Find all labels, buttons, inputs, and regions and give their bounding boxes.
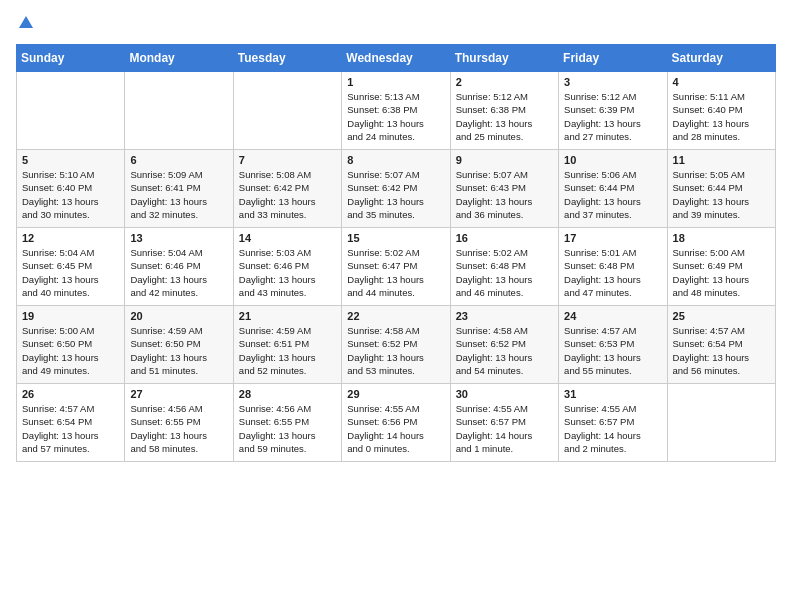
day-number: 2 (456, 76, 553, 88)
day-info: Sunrise: 5:12 AM Sunset: 6:39 PM Dayligh… (564, 90, 661, 143)
day-info: Sunrise: 5:13 AM Sunset: 6:38 PM Dayligh… (347, 90, 444, 143)
day-info: Sunrise: 5:07 AM Sunset: 6:42 PM Dayligh… (347, 168, 444, 221)
calendar-cell: 9Sunrise: 5:07 AM Sunset: 6:43 PM Daylig… (450, 150, 558, 228)
day-number: 24 (564, 310, 661, 322)
day-number: 23 (456, 310, 553, 322)
calendar-cell: 4Sunrise: 5:11 AM Sunset: 6:40 PM Daylig… (667, 72, 775, 150)
day-number: 27 (130, 388, 227, 400)
day-info: Sunrise: 5:12 AM Sunset: 6:38 PM Dayligh… (456, 90, 553, 143)
calendar-cell: 17Sunrise: 5:01 AM Sunset: 6:48 PM Dayli… (559, 228, 667, 306)
day-number: 18 (673, 232, 770, 244)
calendar-cell: 12Sunrise: 5:04 AM Sunset: 6:45 PM Dayli… (17, 228, 125, 306)
day-info: Sunrise: 5:04 AM Sunset: 6:46 PM Dayligh… (130, 246, 227, 299)
day-info: Sunrise: 5:04 AM Sunset: 6:45 PM Dayligh… (22, 246, 119, 299)
calendar-cell (125, 72, 233, 150)
day-number: 1 (347, 76, 444, 88)
col-header-sunday: Sunday (17, 45, 125, 72)
calendar-cell: 8Sunrise: 5:07 AM Sunset: 6:42 PM Daylig… (342, 150, 450, 228)
calendar-cell: 23Sunrise: 4:58 AM Sunset: 6:52 PM Dayli… (450, 306, 558, 384)
calendar-cell: 3Sunrise: 5:12 AM Sunset: 6:39 PM Daylig… (559, 72, 667, 150)
col-header-tuesday: Tuesday (233, 45, 341, 72)
day-number: 8 (347, 154, 444, 166)
calendar-cell: 13Sunrise: 5:04 AM Sunset: 6:46 PM Dayli… (125, 228, 233, 306)
col-header-saturday: Saturday (667, 45, 775, 72)
calendar-cell: 14Sunrise: 5:03 AM Sunset: 6:46 PM Dayli… (233, 228, 341, 306)
day-number: 16 (456, 232, 553, 244)
day-number: 14 (239, 232, 336, 244)
day-info: Sunrise: 5:02 AM Sunset: 6:48 PM Dayligh… (456, 246, 553, 299)
day-number: 11 (673, 154, 770, 166)
day-info: Sunrise: 4:55 AM Sunset: 6:57 PM Dayligh… (456, 402, 553, 455)
day-number: 26 (22, 388, 119, 400)
calendar-cell: 24Sunrise: 4:57 AM Sunset: 6:53 PM Dayli… (559, 306, 667, 384)
calendar-cell: 16Sunrise: 5:02 AM Sunset: 6:48 PM Dayli… (450, 228, 558, 306)
day-info: Sunrise: 4:56 AM Sunset: 6:55 PM Dayligh… (239, 402, 336, 455)
day-info: Sunrise: 5:00 AM Sunset: 6:50 PM Dayligh… (22, 324, 119, 377)
day-number: 20 (130, 310, 227, 322)
day-info: Sunrise: 4:57 AM Sunset: 6:54 PM Dayligh… (673, 324, 770, 377)
day-info: Sunrise: 4:56 AM Sunset: 6:55 PM Dayligh… (130, 402, 227, 455)
day-number: 15 (347, 232, 444, 244)
day-number: 12 (22, 232, 119, 244)
day-number: 9 (456, 154, 553, 166)
calendar-cell: 1Sunrise: 5:13 AM Sunset: 6:38 PM Daylig… (342, 72, 450, 150)
calendar-cell: 2Sunrise: 5:12 AM Sunset: 6:38 PM Daylig… (450, 72, 558, 150)
day-info: Sunrise: 5:11 AM Sunset: 6:40 PM Dayligh… (673, 90, 770, 143)
day-number: 5 (22, 154, 119, 166)
calendar-cell: 29Sunrise: 4:55 AM Sunset: 6:56 PM Dayli… (342, 384, 450, 462)
day-info: Sunrise: 5:05 AM Sunset: 6:44 PM Dayligh… (673, 168, 770, 221)
calendar-cell: 15Sunrise: 5:02 AM Sunset: 6:47 PM Dayli… (342, 228, 450, 306)
calendar-cell: 5Sunrise: 5:10 AM Sunset: 6:40 PM Daylig… (17, 150, 125, 228)
calendar-cell (667, 384, 775, 462)
calendar-cell: 27Sunrise: 4:56 AM Sunset: 6:55 PM Dayli… (125, 384, 233, 462)
calendar-cell: 31Sunrise: 4:55 AM Sunset: 6:57 PM Dayli… (559, 384, 667, 462)
calendar-cell: 21Sunrise: 4:59 AM Sunset: 6:51 PM Dayli… (233, 306, 341, 384)
day-number: 7 (239, 154, 336, 166)
day-number: 19 (22, 310, 119, 322)
day-info: Sunrise: 5:07 AM Sunset: 6:43 PM Dayligh… (456, 168, 553, 221)
day-info: Sunrise: 5:02 AM Sunset: 6:47 PM Dayligh… (347, 246, 444, 299)
calendar-cell: 19Sunrise: 5:00 AM Sunset: 6:50 PM Dayli… (17, 306, 125, 384)
day-info: Sunrise: 4:57 AM Sunset: 6:53 PM Dayligh… (564, 324, 661, 377)
logo (16, 16, 35, 32)
calendar-cell: 25Sunrise: 4:57 AM Sunset: 6:54 PM Dayli… (667, 306, 775, 384)
svg-marker-0 (19, 16, 33, 28)
week-row-4: 19Sunrise: 5:00 AM Sunset: 6:50 PM Dayli… (17, 306, 776, 384)
day-number: 10 (564, 154, 661, 166)
day-info: Sunrise: 4:55 AM Sunset: 6:56 PM Dayligh… (347, 402, 444, 455)
week-row-1: 1Sunrise: 5:13 AM Sunset: 6:38 PM Daylig… (17, 72, 776, 150)
day-info: Sunrise: 5:03 AM Sunset: 6:46 PM Dayligh… (239, 246, 336, 299)
calendar-cell: 6Sunrise: 5:09 AM Sunset: 6:41 PM Daylig… (125, 150, 233, 228)
day-number: 6 (130, 154, 227, 166)
calendar-cell: 10Sunrise: 5:06 AM Sunset: 6:44 PM Dayli… (559, 150, 667, 228)
day-number: 25 (673, 310, 770, 322)
day-number: 13 (130, 232, 227, 244)
day-info: Sunrise: 4:58 AM Sunset: 6:52 PM Dayligh… (347, 324, 444, 377)
day-number: 30 (456, 388, 553, 400)
day-number: 3 (564, 76, 661, 88)
day-info: Sunrise: 5:10 AM Sunset: 6:40 PM Dayligh… (22, 168, 119, 221)
day-info: Sunrise: 4:59 AM Sunset: 6:50 PM Dayligh… (130, 324, 227, 377)
day-info: Sunrise: 5:08 AM Sunset: 6:42 PM Dayligh… (239, 168, 336, 221)
calendar-cell: 7Sunrise: 5:08 AM Sunset: 6:42 PM Daylig… (233, 150, 341, 228)
week-row-5: 26Sunrise: 4:57 AM Sunset: 6:54 PM Dayli… (17, 384, 776, 462)
day-number: 21 (239, 310, 336, 322)
col-header-friday: Friday (559, 45, 667, 72)
day-number: 22 (347, 310, 444, 322)
logo-icon (17, 14, 35, 32)
header-row: SundayMondayTuesdayWednesdayThursdayFrid… (17, 45, 776, 72)
day-info: Sunrise: 5:06 AM Sunset: 6:44 PM Dayligh… (564, 168, 661, 221)
calendar-cell: 30Sunrise: 4:55 AM Sunset: 6:57 PM Dayli… (450, 384, 558, 462)
day-info: Sunrise: 5:00 AM Sunset: 6:49 PM Dayligh… (673, 246, 770, 299)
calendar-cell: 20Sunrise: 4:59 AM Sunset: 6:50 PM Dayli… (125, 306, 233, 384)
day-info: Sunrise: 4:55 AM Sunset: 6:57 PM Dayligh… (564, 402, 661, 455)
col-header-wednesday: Wednesday (342, 45, 450, 72)
calendar-cell (233, 72, 341, 150)
calendar-table: SundayMondayTuesdayWednesdayThursdayFrid… (16, 44, 776, 462)
day-info: Sunrise: 4:57 AM Sunset: 6:54 PM Dayligh… (22, 402, 119, 455)
calendar-cell: 22Sunrise: 4:58 AM Sunset: 6:52 PM Dayli… (342, 306, 450, 384)
day-number: 31 (564, 388, 661, 400)
day-info: Sunrise: 5:01 AM Sunset: 6:48 PM Dayligh… (564, 246, 661, 299)
day-number: 4 (673, 76, 770, 88)
page-header (16, 16, 776, 32)
